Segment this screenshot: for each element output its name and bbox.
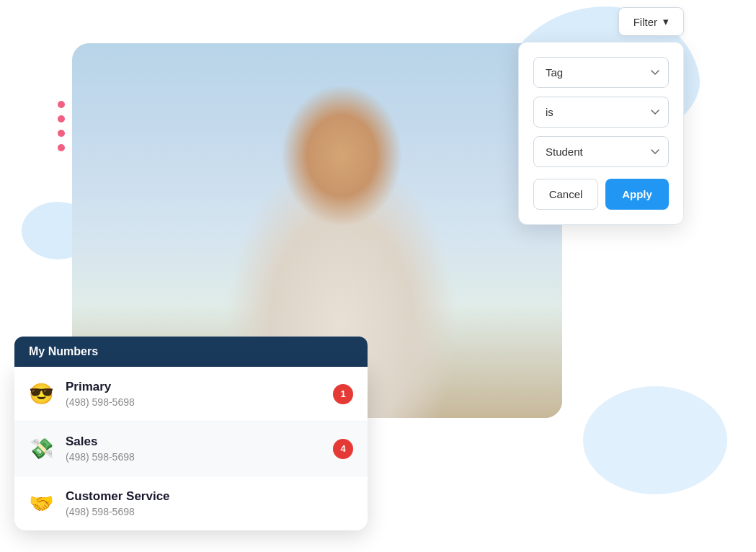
value-select[interactable]: Student Customer Employee (533, 136, 669, 167)
sales-info: Sales (498) 598-5698 (66, 435, 353, 463)
dot-3 (58, 115, 65, 123)
numbers-list: 😎 Primary (498) 598-5698 1 💸 Sales (498)… (14, 367, 368, 530)
numbers-panel-title: My Numbers (29, 345, 98, 357)
filter-button[interactable]: Filter ▾ (618, 7, 684, 36)
numbers-panel-header: My Numbers (14, 337, 368, 367)
primary-phone: (498) 598-5698 (66, 396, 353, 408)
customer-service-info: Customer Service (498) 598-5698 (66, 489, 353, 517)
dot-5 (58, 130, 65, 137)
primary-name: Primary (66, 380, 353, 394)
scene: Filter ▾ Tag Name Status is is not conta… (0, 0, 756, 552)
filter-chevron-icon: ▾ (663, 15, 669, 28)
sales-badge: 4 (333, 439, 353, 459)
dot-1 (58, 101, 65, 108)
blob-decoration-bottom-right (583, 386, 727, 494)
sales-name: Sales (66, 435, 353, 449)
primary-badge: 1 (333, 384, 353, 404)
sales-phone: (498) 598-5698 (66, 451, 353, 463)
customer-service-emoji: 🤝 (29, 491, 54, 515)
filter-panel: Filter ▾ Tag Name Status is is not conta… (518, 7, 684, 225)
numbers-panel: My Numbers 😎 Primary (498) 598-5698 1 💸 … (14, 337, 368, 530)
condition-select[interactable]: is is not contains (533, 97, 669, 128)
cancel-button[interactable]: Cancel (533, 179, 598, 210)
number-item-sales[interactable]: 💸 Sales (498) 598-5698 4 (14, 422, 368, 476)
customer-service-name: Customer Service (66, 489, 353, 504)
tag-select[interactable]: Tag Name Status (533, 57, 669, 88)
primary-emoji: 😎 (29, 382, 54, 406)
number-item-primary[interactable]: 😎 Primary (498) 598-5698 1 (14, 367, 368, 422)
apply-button-label: Apply (622, 188, 652, 200)
filter-dropdown: Tag Name Status is is not contains Stude… (518, 42, 684, 225)
cancel-button-label: Cancel (549, 188, 583, 200)
filter-actions: Cancel Apply (533, 179, 669, 210)
filter-button-label: Filter (633, 16, 657, 28)
number-item-customer-service[interactable]: 🤝 Customer Service (498) 598-5698 (14, 476, 368, 530)
dot-7 (58, 144, 65, 151)
customer-service-phone: (498) 598-5698 (66, 506, 353, 517)
apply-button[interactable]: Apply (605, 179, 669, 210)
sales-emoji: 💸 (29, 437, 54, 460)
primary-info: Primary (498) 598-5698 (66, 380, 353, 408)
